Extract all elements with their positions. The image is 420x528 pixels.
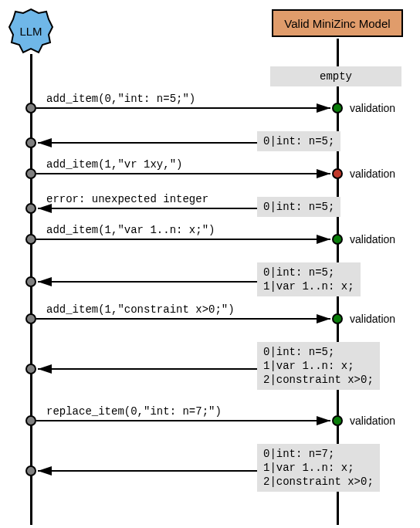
state-box: 0|int: n=5; (257, 131, 340, 151)
llm-dot (25, 234, 36, 245)
validation-dot-ok (332, 103, 343, 113)
llm-dot (25, 276, 36, 287)
state-box: 0|int: n=7; 1|var 1..n: x; 2|constraint … (257, 444, 380, 492)
msg-label: add_item(1,"var 1..n: x;") (46, 224, 215, 236)
validation-label: validation (350, 415, 395, 427)
validation-label: validation (350, 233, 395, 245)
state-box: 0|int: n=5; (257, 197, 340, 217)
validation-dot-ok (332, 234, 343, 245)
validation-dot-ok (332, 313, 343, 324)
msg-label: add_item(0,"int: n=5;") (46, 93, 195, 105)
msg-label: add_item(1,"constraint x>0;") (46, 303, 235, 316)
state-empty: empty (270, 66, 401, 86)
msg-label: error: unexpected integer (46, 193, 208, 205)
llm-dot (25, 137, 36, 148)
llm-dot (25, 168, 36, 179)
llm-dot (25, 465, 36, 476)
validation-dot-fail (332, 168, 343, 179)
llm-dot (25, 364, 36, 374)
validation-label: validation (350, 313, 395, 325)
state-box: 0|int: n=5; 1|var 1..n: x; (257, 262, 361, 296)
llm-dot (25, 203, 36, 214)
state-box: 0|int: n=5; 1|var 1..n: x; 2|constraint … (257, 342, 380, 390)
validation-dot-ok (332, 415, 343, 426)
msg-label: replace_item(0,"int: n=7;") (46, 405, 222, 418)
validation-label: validation (350, 102, 395, 114)
llm-dot (25, 415, 36, 426)
msg-label: add_item(1,"vr 1xy,") (46, 158, 182, 171)
llm-dot (25, 103, 36, 113)
llm-dot (25, 313, 36, 324)
validation-label: validation (350, 168, 395, 180)
